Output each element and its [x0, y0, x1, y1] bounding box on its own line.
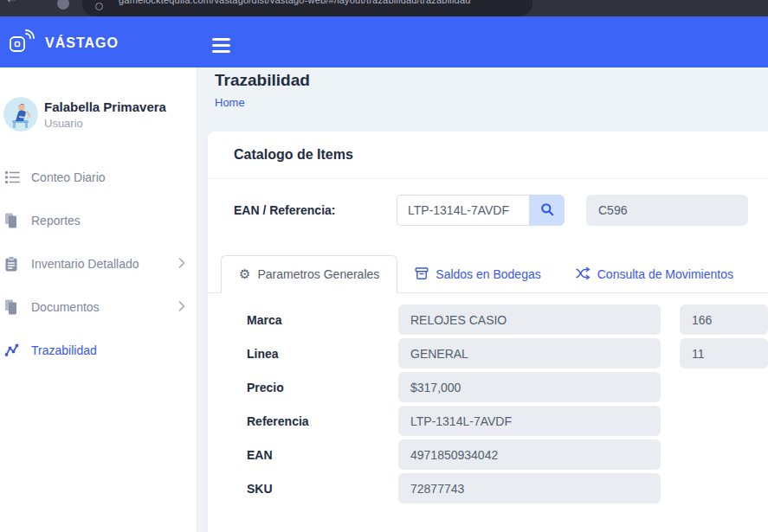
field-label: Precio: [247, 381, 398, 394]
site-info-icon[interactable]: [95, 3, 103, 10]
search-button[interactable]: [529, 195, 565, 226]
ean-referencia-input[interactable]: [397, 195, 529, 226]
field-row-precio: Precio $317,000: [208, 372, 768, 402]
sidebar-item-label: Conteo Diario: [31, 170, 185, 184]
tab-label: Consulta de Movimientos: [597, 267, 733, 281]
shuffle-icon: [576, 267, 591, 282]
field-row-ean: EAN 4971850934042: [208, 439, 768, 470]
browser-url: gamelocktequila.com/vastago/dist/vastago…: [119, 0, 471, 5]
field-code: 166: [680, 304, 768, 335]
field-value: 72877743: [398, 473, 661, 503]
field-value: RELOJES CASIO: [398, 304, 661, 335]
app-header: VÁSTAGO: [0, 16, 768, 67]
archive-icon: [415, 266, 429, 283]
card-header: Catalogo de Items: [208, 131, 768, 179]
breadcrumb-home-link[interactable]: Home: [215, 96, 245, 109]
sidebar-item-reportes[interactable]: Reportes: [0, 199, 197, 242]
tab-label: Saldos en Bodegas: [436, 267, 540, 281]
chevron-right-icon: [178, 257, 185, 271]
browser-topbar: ← gamelocktequila.com/vastago/dist/vasta…: [0, 0, 768, 16]
user-role: Usuario: [44, 117, 166, 130]
field-value: 4971850934042: [398, 439, 661, 470]
field-row-sku: SKU 72877743: [208, 473, 768, 503]
sidebar-item-inventario-detallado[interactable]: Inventario Detallado: [0, 242, 197, 285]
field-row-marca: Marca RELOJES CASIO 166: [208, 304, 768, 335]
catalog-card: Catalogo de Items EAN / Referencia: C596…: [208, 131, 768, 532]
field-label: Linea: [247, 347, 398, 361]
ean-search-row: EAN / Referencia: C596: [208, 195, 768, 226]
tab-saldos-en-bodegas[interactable]: Saldos en Bodegas: [397, 255, 558, 293]
sidebar-item-conteo-diario[interactable]: Conteo Diario: [0, 156, 197, 199]
sidebar-item-trazabilidad[interactable]: Trazabilidad: [0, 329, 197, 372]
sidebar: Falabella Primavera Usuario Conteo Diari…: [0, 67, 197, 532]
field-label: SKU: [247, 482, 398, 496]
user-name: Falabella Primavera: [44, 99, 166, 115]
sidebar-item-label: Trazabilidad: [31, 343, 185, 357]
browser-extension-icon[interactable]: [57, 0, 69, 10]
field-value: GENERAL: [398, 338, 661, 369]
tab-label: Parametros Generales: [257, 267, 379, 281]
browser-back-icon[interactable]: ←: [7, 0, 16, 6]
menu-toggle-button[interactable]: [212, 38, 230, 56]
tab-parametros-generales[interactable]: ⚙ Parametros Generales: [221, 255, 397, 293]
chevron-right-icon: [178, 300, 185, 314]
brand[interactable]: VÁSTAGO: [9, 29, 119, 57]
gear-icon: ⚙: [239, 268, 250, 281]
parameters-form: Marca RELOJES CASIO 166 Linea GENERAL 11…: [208, 304, 768, 507]
document-icon: [4, 299, 23, 315]
sidebar-item-label: Reportes: [31, 214, 185, 228]
card-title: Catalogo de Items: [234, 147, 353, 163]
ordered-list-icon: [4, 170, 23, 184]
sidebar-item-documentos[interactable]: Documentos: [0, 285, 197, 329]
sidebar-nav: Conteo Diario Reportes Inventario Detall…: [0, 156, 197, 372]
tab-consulta-de-movimientos[interactable]: Consulta de Movimientos: [558, 255, 751, 293]
sidebar-item-label: Inventario Detallado: [31, 257, 178, 271]
page-header: Trazabilidad Home: [215, 71, 310, 110]
page-title: Trazabilidad: [215, 71, 310, 90]
user-profile[interactable]: Falabella Primavera Usuario: [3, 97, 166, 131]
item-code-field: C596: [586, 195, 748, 226]
field-label: Marca: [247, 313, 398, 327]
ean-referencia-label: EAN / Referencia:: [208, 203, 397, 217]
field-code: 11: [680, 338, 768, 369]
search-icon: [540, 202, 554, 219]
route-icon: [4, 343, 23, 357]
clipboard-icon: [4, 256, 23, 272]
rfid-logo-icon: [9, 29, 35, 57]
user-avatar: [3, 97, 38, 131]
field-row-referencia: Referencia LTP-1314L-7AVDF: [208, 406, 768, 436]
document-icon: [4, 213, 23, 228]
field-value: LTP-1314L-7AVDF: [398, 406, 661, 436]
brand-name: VÁSTAGO: [45, 35, 119, 51]
field-label: EAN: [247, 448, 398, 462]
field-label: Referencia: [247, 414, 398, 428]
field-value: $317,000: [398, 372, 661, 402]
sidebar-item-label: Documentos: [31, 300, 178, 314]
tab-bar: ⚙ Parametros Generales Saldos en Bodegas: [208, 255, 768, 293]
field-row-linea: Linea GENERAL 11: [208, 338, 768, 369]
